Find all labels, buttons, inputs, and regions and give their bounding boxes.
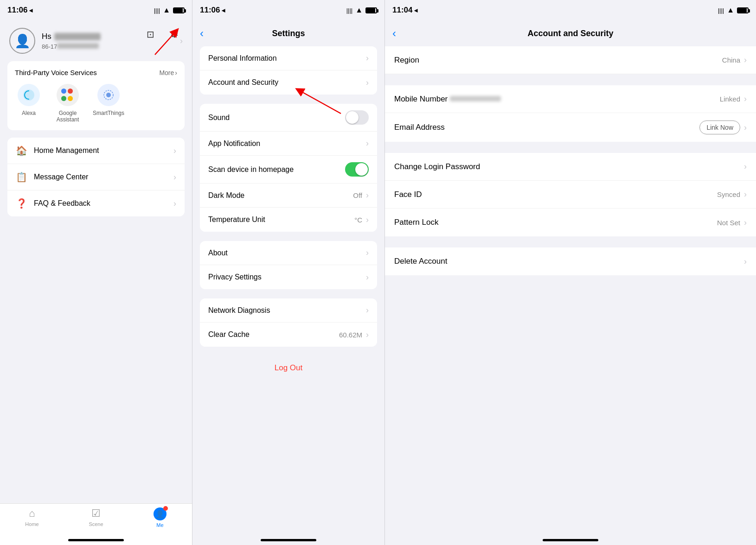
change-login-password-chevron: ›	[744, 162, 747, 171]
about-row[interactable]: About ›	[200, 241, 377, 265]
account-security-list: Region China › Mobile Number Linked › Em…	[385, 46, 756, 545]
mobile-number-chevron: ›	[744, 94, 747, 104]
network-diagnosis-chevron: ›	[366, 305, 369, 315]
scene-tab-icon: ☑	[91, 507, 101, 520]
tab-me[interactable]: 👤 Me	[128, 507, 192, 528]
app-notification-label: App Notification	[208, 139, 366, 148]
mobile-number-row[interactable]: Mobile Number Linked ›	[385, 85, 756, 113]
battery-icon-2	[365, 7, 377, 13]
battery-icon-3	[737, 7, 749, 13]
panel-account-security: 11:04 ◂ |||| ▲ ‹ Account and Security Re…	[385, 0, 756, 545]
status-icons-1: |||| ▲	[154, 6, 185, 14]
privacy-settings-row[interactable]: Privacy Settings ›	[200, 265, 377, 289]
about-label: About	[208, 249, 366, 257]
tab-scene[interactable]: ☑ Scene	[64, 507, 128, 527]
signal-icon-2: ||||	[346, 7, 353, 14]
alexa-item[interactable]: Alexa	[15, 84, 43, 123]
pattern-lock-value: Not Set	[717, 219, 740, 227]
clear-cache-label: Clear Cache	[208, 330, 339, 339]
link-now-button[interactable]: Link Now	[699, 120, 740, 134]
personal-info-label: Personal Information	[208, 54, 366, 63]
sound-row[interactable]: Sound	[200, 104, 377, 132]
email-chevron: ›	[744, 123, 747, 133]
settings-back-button[interactable]: ‹	[200, 27, 204, 40]
app-notification-chevron: ›	[366, 139, 369, 148]
settings-icon[interactable]: ⚙	[166, 26, 183, 43]
temperature-unit-label: Temperature Unit	[208, 215, 354, 224]
pattern-lock-label: Pattern Lock	[394, 218, 717, 227]
google-assistant-icon	[57, 84, 79, 106]
email-address-label: Email Address	[394, 123, 547, 132]
status-icons-2: |||| ▲	[346, 6, 377, 14]
me-tab-avatar: 👤	[154, 507, 167, 520]
privacy-settings-label: Privacy Settings	[208, 273, 366, 281]
change-login-password-row[interactable]: Change Login Password ›	[385, 153, 756, 181]
home-management-item[interactable]: 🏠 Home Management ›	[7, 138, 185, 164]
home-management-label: Home Management	[34, 146, 167, 155]
home-tab-icon: ⌂	[29, 507, 35, 520]
wifi-icon-1: ▲	[163, 6, 170, 14]
account-security-nav-header: ‹ Account and Security	[385, 20, 756, 46]
home-indicator-2	[261, 539, 316, 541]
mobile-number-blurred	[450, 96, 501, 101]
account-security-title: Account and Security	[527, 29, 613, 38]
network-diagnosis-row[interactable]: Network Diagnosis ›	[200, 298, 377, 323]
location-icon-3: ◂	[414, 6, 417, 14]
menu-list: 🏠 Home Management › 📋 Message Center › ❓…	[7, 138, 185, 216]
settings-section-3: About › Privacy Settings ›	[200, 241, 377, 289]
profile-name-blurred	[54, 33, 101, 40]
smartthings-item[interactable]: ✳ SmartThings	[93, 84, 124, 123]
temperature-unit-row[interactable]: Temperature Unit °C ›	[200, 208, 377, 232]
app-notification-row[interactable]: App Notification ›	[200, 132, 377, 156]
home-indicator-1	[68, 539, 124, 541]
message-center-item[interactable]: 📋 Message Center ›	[7, 164, 185, 190]
clear-cache-chevron: ›	[366, 330, 369, 340]
settings-nav-header: ‹ Settings	[192, 20, 384, 46]
message-center-chevron: ›	[173, 172, 176, 182]
face-id-row[interactable]: Face ID Synced ›	[385, 181, 756, 209]
personal-information-row[interactable]: Personal Information ›	[200, 46, 377, 70]
about-chevron: ›	[366, 248, 369, 258]
tab-home[interactable]: ⌂ Home	[0, 507, 64, 527]
signal-icon-1: ||||	[154, 7, 160, 14]
me-tab-badge	[163, 506, 168, 511]
google-assistant-item[interactable]: GoogleAssistant	[54, 84, 82, 123]
settings-list: Personal Information › Account and Secur…	[192, 46, 384, 545]
region-chevron: ›	[744, 55, 747, 65]
logout-button[interactable]: Log Out	[192, 356, 384, 380]
pattern-lock-row[interactable]: Pattern Lock Not Set ›	[385, 209, 756, 236]
region-row[interactable]: Region China ›	[385, 46, 756, 74]
smartthings-icon: ✳	[97, 84, 120, 106]
delete-account-row[interactable]: Delete Account ›	[385, 247, 756, 275]
face-id-label: Face ID	[394, 190, 717, 199]
home-tab-label: Home	[25, 521, 38, 527]
svg-text:✳: ✳	[107, 92, 111, 98]
change-login-password-label: Change Login Password	[394, 162, 744, 171]
network-diagnosis-label: Network Diagnosis	[208, 306, 366, 315]
sound-toggle[interactable]	[345, 110, 369, 125]
mobile-number-label: Mobile Number	[394, 95, 448, 103]
account-security-row[interactable]: Account and Security ›	[200, 70, 377, 95]
delete-account-chevron: ›	[744, 257, 747, 266]
status-bar-2: 11:06 ◂ |||| ▲	[192, 0, 384, 20]
faq-icon: ❓	[16, 198, 27, 209]
account-security-label: Account and Security	[208, 78, 366, 87]
home-management-icon: 🏠	[16, 145, 27, 156]
status-bar-1: 11:06 ◂ |||| ▲	[0, 0, 192, 20]
personal-info-chevron: ›	[366, 53, 369, 63]
scan-device-toggle[interactable]	[345, 162, 369, 177]
account-security-back-button[interactable]: ‹	[392, 27, 396, 40]
settings-section-2: Sound App Notification › Scan device in …	[200, 104, 377, 232]
status-time-1: 11:06 ◂	[7, 6, 32, 15]
smartthings-label: SmartThings	[93, 110, 124, 116]
dark-mode-row[interactable]: Dark Mode Off ›	[200, 184, 377, 208]
more-link[interactable]: More ›	[159, 69, 177, 76]
tab-bar-1: ⌂ Home ☑ Scene 👤 Me	[0, 503, 192, 545]
email-address-row[interactable]: Email Address Link Now ›	[385, 113, 756, 142]
status-bar-3: 11:04 ◂ |||| ▲	[385, 0, 756, 20]
face-id-chevron: ›	[744, 190, 747, 199]
scan-icon[interactable]: ⊡	[142, 26, 159, 43]
faq-feedback-item[interactable]: ❓ FAQ & Feedback ›	[7, 190, 185, 216]
scan-device-row[interactable]: Scan device in homepage	[200, 156, 377, 184]
clear-cache-row[interactable]: Clear Cache 60.62M ›	[200, 323, 377, 347]
